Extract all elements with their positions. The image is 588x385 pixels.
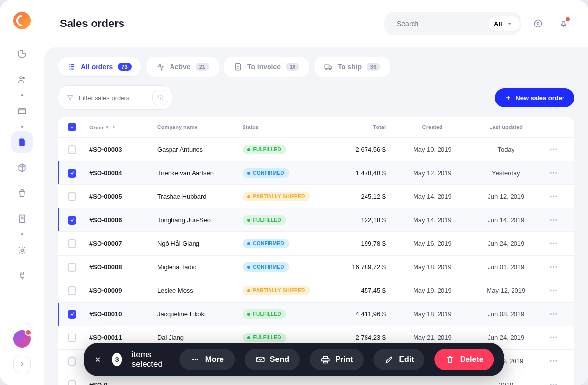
new-sales-order-button[interactable]: New sales order — [495, 88, 574, 107]
cell-created: May 14, 2019 — [395, 193, 469, 200]
th-updated[interactable]: Last updated — [469, 124, 543, 130]
global-search[interactable]: All — [384, 12, 521, 35]
filter-settings-button[interactable] — [152, 90, 168, 105]
row-checkbox[interactable] — [68, 216, 76, 225]
cell-created: May 14, 2019 — [395, 216, 469, 224]
row-more-button[interactable]: ••• — [543, 310, 564, 318]
row-more-button[interactable]: ••• — [543, 240, 564, 247]
send-button[interactable]: Send — [245, 349, 300, 370]
svg-point-6 — [535, 20, 542, 27]
actionbar-label: items selected — [132, 350, 170, 369]
row-more-button[interactable]: ••• — [543, 216, 564, 224]
row-checkbox[interactable] — [68, 357, 76, 366]
sidebar-expand[interactable] — [13, 356, 31, 373]
cell-order-id: #SO-00006 — [89, 216, 157, 224]
table-row[interactable]: #SO-00010Jacqueline LikokiFULFILLED4 411… — [58, 302, 574, 326]
cell-created: May 18, 2019 — [395, 310, 469, 318]
row-checkbox[interactable] — [68, 145, 76, 154]
row-checkbox[interactable] — [68, 263, 76, 272]
th-company[interactable]: Company name — [157, 124, 243, 130]
th-order[interactable]: Order # — [89, 124, 157, 130]
more-button[interactable]: More — [180, 349, 235, 370]
search-filter[interactable]: All — [488, 16, 520, 31]
cell-status: CONFIRMED — [243, 168, 328, 178]
nav-receipts[interactable] — [11, 208, 33, 230]
nav-shopping[interactable] — [11, 182, 33, 204]
table-row[interactable]: #SO-00009Leslee MossPARTIALLY SHIPPED457… — [58, 279, 574, 302]
tab-count: 36 — [367, 63, 380, 71]
table-row[interactable]: #SO-00006Tongbang Jun-SeoFULFILLED122,18… — [58, 208, 574, 231]
notifications-button[interactable] — [555, 15, 572, 32]
row-more-button[interactable]: ••• — [543, 193, 564, 200]
cell-company: Trashae Hubbard — [157, 193, 243, 200]
svg-rect-2 — [19, 109, 26, 114]
help-button[interactable] — [529, 15, 547, 32]
tab-active[interactable]: Active 21 — [147, 57, 219, 77]
row-more-button[interactable]: ••• — [543, 263, 564, 271]
filter-input[interactable] — [79, 94, 147, 102]
table-row[interactable]: #SO-00007Ngô Hải GiangCONFIRMED199,78 $M… — [58, 231, 574, 255]
tab-label: To ship — [338, 63, 362, 71]
nav-separator — [21, 94, 23, 96]
cell-company: Ngô Hải Giang — [157, 240, 243, 247]
cell-updated: Jun 12, 2019 — [469, 193, 543, 200]
nav-settings[interactable] — [11, 239, 33, 261]
row-more-button[interactable]: ••• — [543, 381, 564, 385]
table-row[interactable]: #SO-00005Trashae HubbardPARTIALLY SHIPPE… — [58, 184, 574, 208]
row-checkbox[interactable] — [68, 334, 76, 342]
filter-input-wrap[interactable] — [58, 85, 172, 110]
cell-status: PARTIALLY SHIPPED — [243, 286, 328, 295]
row-checkbox[interactable] — [68, 169, 76, 178]
nav-team[interactable] — [11, 69, 33, 90]
delete-button[interactable]: Delete — [435, 349, 494, 370]
cell-status: CONFIRMED — [243, 239, 328, 248]
nav-orders[interactable] — [11, 131, 33, 153]
table-row[interactable]: #SO-00008Miglena TadicCONFIRMED16 789,72… — [58, 255, 574, 279]
funnel-icon — [66, 94, 74, 102]
search-input[interactable] — [397, 20, 483, 27]
nav-products[interactable] — [11, 157, 33, 179]
row-checkbox[interactable] — [68, 286, 76, 295]
table-row[interactable]: #SO-00004Trienke van AartsenCONFIRMED1 4… — [58, 161, 574, 184]
gear-icon — [17, 245, 27, 255]
tab-all-orders[interactable]: All orders 73 — [58, 57, 141, 77]
row-more-button[interactable]: ••• — [543, 287, 564, 294]
th-created[interactable]: Created — [395, 124, 469, 130]
cell-total: 245,12 $ — [327, 193, 395, 200]
row-checkbox[interactable] — [68, 192, 76, 201]
nav-integrations[interactable] — [11, 265, 33, 286]
row-checkbox[interactable] — [68, 310, 76, 319]
row-more-button[interactable]: ••• — [543, 334, 564, 341]
row-checkbox[interactable] — [68, 380, 76, 385]
plus-icon — [505, 94, 512, 101]
cell-status: FULFILLED — [243, 309, 328, 319]
th-total[interactable]: Total — [327, 124, 395, 130]
tab-to-invoice[interactable]: To invoice 16 — [224, 57, 309, 77]
plug-icon — [17, 271, 27, 281]
cell-company: Trienke van Aartsen — [157, 169, 243, 177]
cell-total: 2 784,23 $ — [327, 334, 395, 341]
user-avatar[interactable] — [13, 330, 31, 348]
print-button[interactable]: Print — [310, 349, 364, 370]
nav-wallet[interactable] — [11, 100, 33, 122]
row-more-button[interactable]: ••• — [543, 358, 564, 365]
sidebar — [0, 0, 44, 385]
row-more-button[interactable]: ••• — [543, 146, 564, 153]
th-status[interactable]: Status — [243, 124, 328, 130]
select-all-checkbox[interactable] — [68, 123, 76, 131]
content-area: All orders 73 Active 21 To invoice 16 To… — [44, 47, 588, 385]
nav-dashboard[interactable] — [11, 43, 33, 65]
tab-to-ship[interactable]: To ship 36 — [315, 57, 390, 77]
row-checkbox[interactable] — [68, 239, 76, 248]
actionbar-close[interactable]: ✕ — [94, 355, 102, 364]
row-more-button[interactable]: ••• — [543, 169, 564, 177]
edit-button[interactable]: Edit — [373, 349, 424, 370]
svg-point-11 — [195, 359, 196, 360]
table-row[interactable]: #SO-00003Gaspar AntunesFULFILLED2 674,56… — [58, 137, 574, 161]
svg-point-1 — [23, 77, 24, 79]
cell-status: FULFILLED — [243, 215, 328, 225]
app-logo — [13, 12, 31, 29]
cell-order-id: #SO-00009 — [89, 287, 157, 294]
cell-order-id: #SO-00007 — [89, 240, 157, 247]
cell-company: Leslee Moss — [157, 287, 243, 294]
